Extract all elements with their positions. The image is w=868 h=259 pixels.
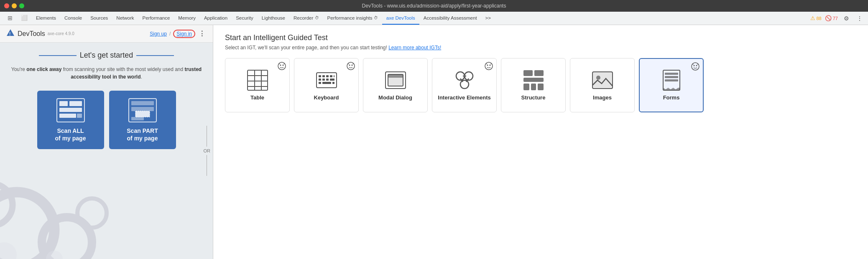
svg-rect-22 [279, 63, 280, 64]
svg-rect-24 [248, 70, 268, 90]
svg-rect-13 [77, 114, 82, 118]
tab-memory[interactable]: Memory [174, 12, 200, 25]
tab-performance[interactable]: Performance [138, 12, 174, 25]
error-count-badge: 🚫 77 [825, 15, 838, 21]
svg-point-4 [0, 184, 13, 226]
svg-rect-16 [131, 107, 154, 111]
igt-card-forms[interactable]: Forms [639, 58, 704, 112]
tab-accessibility-assessment[interactable]: Accessibility Assessment [419, 12, 481, 25]
svg-point-54 [490, 65, 491, 66]
igt-card-modal-dialog[interactable]: Modal Dialog [363, 58, 428, 112]
svg-rect-12 [59, 114, 76, 118]
main-content: ! DevTools axe-core 4.9.0 Sign up / Sign… [0, 25, 868, 259]
bot-icon-keyboard [347, 62, 355, 70]
svg-point-2 [0, 192, 54, 259]
minimize-button[interactable] [12, 3, 17, 8]
or-divider: OR [201, 126, 213, 176]
warning-count-badge: ⚠ 88 [810, 15, 822, 21]
igt-card-interactive-elements[interactable]: Interactive Elements [432, 58, 497, 112]
svg-rect-68 [538, 84, 544, 90]
svg-rect-15 [131, 101, 154, 105]
svg-rect-38 [326, 75, 329, 77]
svg-point-74 [696, 65, 697, 66]
tab-security[interactable]: Security [232, 12, 258, 25]
svg-point-3 [42, 217, 92, 259]
images-card-label: Images [593, 94, 612, 102]
svg-rect-43 [326, 79, 329, 81]
divider: / [169, 31, 171, 37]
images-card-icon [592, 69, 613, 91]
settings-button[interactable]: ⚙ [841, 13, 851, 23]
svg-rect-67 [531, 84, 536, 90]
tab-recorder[interactable]: Recorder ⏱ [289, 12, 323, 25]
igt-card-images[interactable]: Images [570, 58, 635, 112]
svg-rect-17 [135, 111, 150, 117]
axe-header-links: Sign up / Sign in ⋮ [150, 29, 207, 39]
svg-rect-41 [319, 79, 321, 81]
svg-rect-80 [665, 79, 678, 81]
igt-card-table[interactable]: Table [225, 58, 290, 112]
svg-rect-65 [523, 78, 544, 82]
igt-header: Start an Intelligent Guided Test Select … [225, 33, 856, 51]
scan-part-button[interactable]: Scan PARTof my page [109, 91, 176, 149]
tab-application[interactable]: Application [200, 12, 232, 25]
scan-part-label: Scan PARTof my page [127, 127, 158, 142]
svg-rect-78 [665, 73, 678, 75]
table-card-icon [247, 69, 268, 91]
svg-point-53 [487, 65, 488, 66]
svg-rect-76 [697, 64, 698, 65]
more-options-button[interactable]: ⋮ [855, 13, 865, 23]
svg-point-20 [280, 65, 281, 66]
igt-card-structure[interactable]: Structure [501, 58, 566, 112]
svg-point-31 [349, 65, 350, 66]
forms-card-icon [661, 69, 682, 91]
or-line-bottom [207, 155, 207, 176]
bot-icon-forms [691, 62, 700, 71]
svg-rect-44 [330, 79, 334, 81]
svg-rect-79 [665, 76, 678, 78]
tab-performance-insights[interactable]: Performance insights ⏱ [323, 12, 382, 25]
axe-header: ! DevTools axe-core 4.9.0 Sign up / Sign… [0, 25, 213, 43]
keyboard-card-icon [316, 69, 337, 91]
interactive-elements-card-label: Interactive Elements [438, 94, 490, 102]
close-button[interactable] [4, 3, 9, 8]
tab-sources[interactable]: Sources [86, 12, 112, 25]
axe-logo: ! DevTools axe-core 4.9.0 [6, 28, 74, 39]
svg-point-19 [278, 62, 286, 70]
left-panel: ! DevTools axe-core 4.9.0 Sign up / Sign… [0, 25, 213, 259]
tab-inspect-icons[interactable]: ⊞ [3, 12, 17, 25]
svg-rect-11 [59, 108, 82, 112]
tab-device-icon[interactable]: ⬜ [17, 12, 32, 25]
header-more-button[interactable]: ⋮ [197, 29, 207, 39]
igt-card-keyboard[interactable]: Keyboard [294, 58, 359, 112]
scan-all-label: Scan ALLof my page [55, 127, 86, 142]
igt-title: Start an Intelligent Guided Test [225, 33, 856, 42]
svg-rect-75 [692, 64, 694, 65]
tab-axe-devtools[interactable]: axe DevTools [382, 12, 419, 25]
svg-rect-46 [322, 82, 331, 84]
svg-rect-36 [319, 75, 321, 77]
tab-more[interactable]: >> [481, 12, 495, 25]
devtools-tabs-bar: ⊞ ⬜ Elements Console Sources Network Per… [0, 12, 868, 25]
svg-point-5 [77, 198, 107, 228]
forms-card-label: Forms [663, 94, 680, 102]
tab-elements[interactable]: Elements [32, 12, 60, 25]
svg-rect-56 [490, 63, 492, 64]
svg-rect-9 [59, 101, 68, 106]
maximize-button[interactable] [19, 3, 24, 8]
svg-rect-33 [348, 63, 349, 64]
scan-all-button[interactable]: Scan ALLof my page [37, 91, 104, 149]
structure-card-label: Structure [521, 94, 546, 102]
axe-title: DevTools [18, 30, 45, 38]
tab-console[interactable]: Console [60, 12, 86, 25]
svg-point-7 [46, 251, 63, 259]
learn-more-link[interactable]: Learn more about IGTs! [388, 45, 441, 51]
sign-in-link[interactable]: Sign in [173, 30, 195, 38]
svg-rect-51 [388, 74, 403, 78]
sign-up-link[interactable]: Sign up [150, 31, 167, 37]
modal-dialog-card-label: Modal Dialog [378, 94, 412, 102]
axe-version: axe-core 4.9.0 [48, 31, 74, 36]
svg-point-52 [485, 62, 493, 70]
tab-network[interactable]: Network [112, 12, 138, 25]
tab-lighthouse[interactable]: Lighthouse [258, 12, 289, 25]
